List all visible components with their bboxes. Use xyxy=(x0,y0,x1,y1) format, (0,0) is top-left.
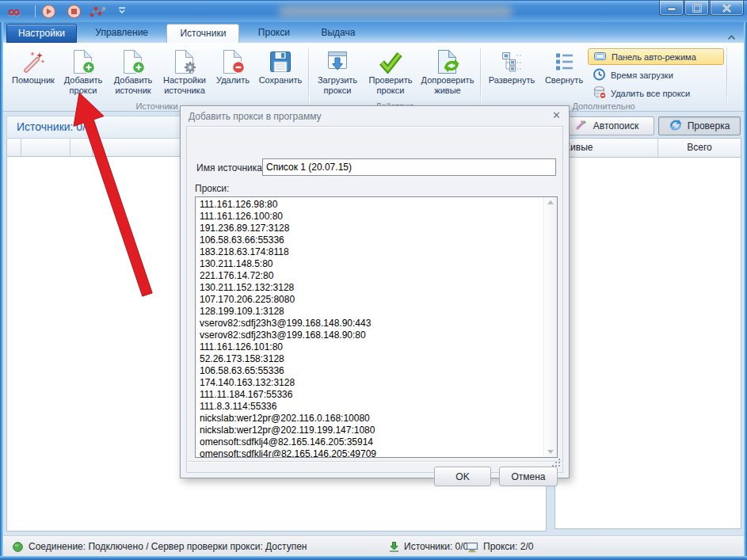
proxies-count-icon xyxy=(466,541,478,555)
stop-button[interactable] xyxy=(67,4,82,19)
window-border xyxy=(0,556,747,560)
proxies-label: Прокси: xyxy=(195,183,229,194)
column-header-alive[interactable]: Живые xyxy=(555,139,658,157)
network-nodes-icon[interactable] xyxy=(89,4,108,19)
save-button[interactable]: Сохранить xyxy=(255,46,306,101)
tab-management[interactable]: Управление xyxy=(82,24,161,43)
document-gear-icon xyxy=(173,48,196,75)
delete-button[interactable]: Удалить xyxy=(211,46,255,101)
window-border xyxy=(0,22,3,560)
divider xyxy=(187,461,562,462)
dialog-title: Добавить прокси в программу xyxy=(189,111,322,122)
document-remove-icon xyxy=(221,48,245,75)
sources-table-header-cell[interactable] xyxy=(21,139,71,156)
green-check-icon xyxy=(378,48,403,75)
auto-mode-panel-button[interactable]: Панель авто-режима xyxy=(588,48,724,65)
checker-panel: Автопоиск Проверка Живые Всего xyxy=(555,116,741,532)
database-remove-icon xyxy=(593,86,607,101)
ribbon-group-divider xyxy=(726,48,727,106)
document-add-icon xyxy=(71,48,95,75)
tree-expand-icon xyxy=(499,48,524,75)
panel-icon xyxy=(593,50,608,64)
floppy-disk-icon xyxy=(269,48,292,75)
sources-table-header-cell[interactable] xyxy=(71,139,93,156)
check-proxies-button[interactable]: Проверить прокси xyxy=(364,46,417,101)
checker-table-body[interactable] xyxy=(555,158,741,529)
column-header-total[interactable]: Всего xyxy=(658,139,741,157)
quick-access-dropdown-icon[interactable] xyxy=(117,4,132,19)
dialog-close-icon[interactable]: ✕ xyxy=(552,109,561,121)
cancel-button[interactable]: Отмена xyxy=(499,467,558,486)
tab-proxies[interactable]: Прокси xyxy=(246,24,303,43)
refresh-icon xyxy=(669,119,682,134)
add-proxies-button[interactable]: Добавить прокси xyxy=(59,46,108,101)
magic-wand-icon xyxy=(21,48,46,75)
source-name-label: Имя источника xyxy=(196,162,262,173)
titlebar: ∞ xyxy=(0,0,747,22)
dialog-body: Имя источника Прокси: OK Отмена xyxy=(186,126,563,473)
ribbon-tab-strip: Настройки Управление Источники Прокси Вы… xyxy=(0,22,747,43)
recheck-alive-button[interactable]: Допроверить живые xyxy=(417,46,478,101)
divider xyxy=(35,6,36,17)
start-button[interactable] xyxy=(41,4,56,19)
sources-count-icon xyxy=(388,541,400,555)
ribbon-group-divider xyxy=(308,48,309,106)
app-window: ∞ Настройки Управление xyxy=(0,0,747,560)
load-time-button[interactable]: Время загрузки xyxy=(588,67,724,83)
check-button[interactable]: Проверка xyxy=(658,116,741,135)
ribbon-group-actions: Загрузить прокси Проверить прокси Допров… xyxy=(310,44,479,111)
ribbon: Помощник Добавить прокси Добавить источн… xyxy=(3,43,744,112)
helper-button[interactable]: Помощник xyxy=(8,46,59,101)
document-add-icon xyxy=(121,48,145,75)
autosearch-button[interactable]: Автопоиск xyxy=(559,116,654,135)
resize-grip[interactable] xyxy=(551,456,561,470)
sources-count-text: Источники: 0/0 xyxy=(404,541,468,552)
collapse-ribbon-icon[interactable] xyxy=(727,29,736,44)
expand-tree-button[interactable]: Развернуть xyxy=(483,46,540,101)
proxy-list-input[interactable] xyxy=(196,197,544,457)
proxy-list-field xyxy=(195,196,558,458)
status-bar: Соединение: Подключено / Сервер проверки… xyxy=(3,535,744,556)
list-collapse-icon xyxy=(551,48,577,75)
scrollbar[interactable] xyxy=(543,197,557,457)
maximize-button[interactable] xyxy=(684,1,709,16)
tab-settings[interactable]: Настройки xyxy=(6,24,77,43)
window-title-redacted xyxy=(279,6,513,17)
delete-all-proxies-button[interactable]: Удалить все прокси xyxy=(588,85,724,101)
scroll-down-icon[interactable] xyxy=(547,450,554,454)
close-button[interactable] xyxy=(710,1,744,16)
app-logo-infinity-icon: ∞ xyxy=(8,2,21,22)
add-source-button[interactable]: Добавить источник xyxy=(108,46,158,101)
connection-status-text: Соединение: Подключено / Сервер проверки… xyxy=(29,541,307,552)
add-proxies-dialog: Добавить прокси в программу ✕ Имя источн… xyxy=(180,105,570,478)
tab-sources[interactable]: Источники xyxy=(166,24,239,43)
ribbon-group-extra: Развернуть Свернуть Панель авто-режима В… xyxy=(482,44,726,111)
load-proxies-button[interactable]: Загрузить прокси xyxy=(311,46,364,101)
checker-table-header: Живые Всего xyxy=(555,138,741,158)
source-settings-button[interactable]: Настройки источника xyxy=(158,46,211,101)
window-border xyxy=(744,22,747,560)
ribbon-small-button-stack: Панель авто-режима Время загрузки Удалит… xyxy=(588,46,724,101)
clock-icon xyxy=(593,68,607,82)
sources-table-header-cell[interactable] xyxy=(7,139,21,156)
download-window-icon xyxy=(325,48,350,75)
ok-button[interactable]: OK xyxy=(434,467,491,486)
ribbon-group-divider xyxy=(480,48,481,106)
minimize-button[interactable] xyxy=(659,1,684,16)
ribbon-group-sources: Помощник Добавить прокси Добавить источн… xyxy=(6,44,307,111)
magic-wand-icon xyxy=(575,119,588,133)
proxies-count-text: Прокси: 2/0 xyxy=(483,541,533,552)
scroll-up-icon[interactable] xyxy=(547,200,554,204)
collapse-tree-button[interactable]: Свернуть xyxy=(540,46,588,101)
tab-output[interactable]: Выдача xyxy=(308,24,368,43)
document-refresh-icon xyxy=(436,48,459,75)
connection-status-icon xyxy=(13,542,23,554)
source-name-input[interactable] xyxy=(262,158,556,176)
